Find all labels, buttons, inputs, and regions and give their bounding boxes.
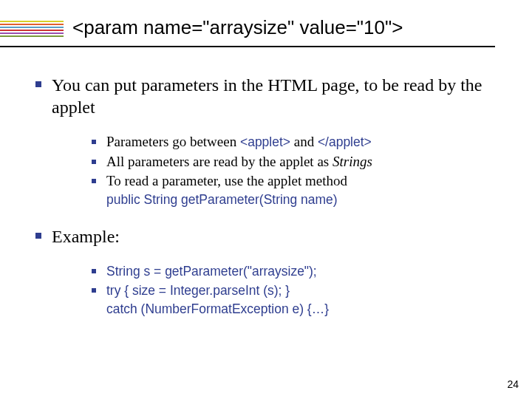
bullet-text: All parameters are read by the applet as…	[106, 154, 372, 169]
bullet-icon	[92, 269, 96, 273]
code-applet-open: <applet>	[240, 134, 290, 149]
bullet-text: Parameters go between <applet> and </app…	[106, 134, 372, 149]
code-applet-close: </applet>	[318, 134, 372, 149]
stripe	[0, 24, 64, 25]
stripe	[0, 21, 64, 22]
bullet-icon	[92, 179, 96, 183]
code-line: String s = getParameter("arraysize");	[106, 264, 317, 279]
bullet-level2: To read a parameter, use the applet meth…	[87, 172, 502, 208]
emphasis-strings: Strings	[332, 154, 372, 169]
slide-content: You can put parameters in the HTML page,…	[30, 74, 502, 335]
sub-bullets: String s = getParameter("arraysize"); tr…	[87, 262, 502, 318]
bullet-icon	[92, 140, 96, 144]
bullet-level2: try { size = Integer.parseInt (s); } cat…	[87, 282, 502, 318]
bullet-icon	[35, 233, 41, 239]
decorative-stripes	[0, 21, 64, 40]
slide-title: <param name="arraysize" value="10">	[72, 16, 403, 39]
bullet-level1: Example:	[30, 225, 502, 248]
bullet-level2: String s = getParameter("arraysize");	[87, 262, 502, 281]
text: and	[290, 134, 318, 149]
code-getparameter-sig: public String getParameter(String name)	[106, 192, 338, 207]
title-underline	[0, 46, 495, 47]
bullet-text: You can put parameters in the HTML page,…	[52, 75, 482, 117]
stripe	[0, 33, 64, 34]
stripe	[0, 35, 64, 37]
stripe	[0, 30, 64, 31]
text: Parameters go between	[106, 134, 240, 149]
text: All parameters are read by the applet as	[106, 154, 332, 169]
bullet-icon	[92, 160, 96, 164]
bullet-text: To read a parameter, use the applet meth…	[106, 173, 347, 188]
page-number: 24	[507, 378, 519, 390]
bullet-level1: You can put parameters in the HTML page,…	[30, 74, 502, 118]
stripe	[0, 27, 64, 28]
bullet-icon	[92, 288, 96, 293]
sub-bullets: Parameters go between <applet> and </app…	[87, 133, 502, 209]
bullet-level2: Parameters go between <applet> and </app…	[87, 133, 502, 151]
bullet-text: Example:	[52, 227, 120, 246]
bullet-level2: All parameters are read by the applet as…	[87, 153, 502, 171]
code-line: try { size = Integer.parseInt (s); }	[106, 283, 290, 298]
bullet-icon	[35, 81, 41, 87]
code-line: catch (NumberFormatException e) {…}	[106, 301, 329, 316]
